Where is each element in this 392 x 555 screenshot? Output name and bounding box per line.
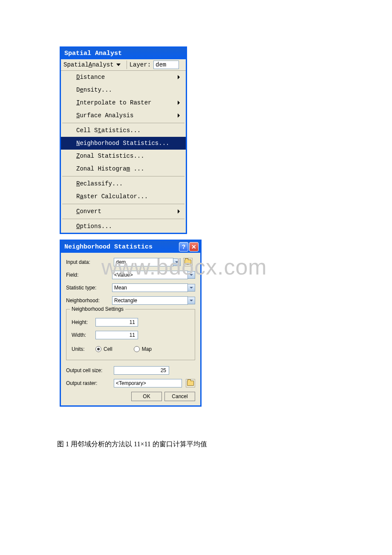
menu-item[interactable]: Options... — [61, 220, 186, 233]
statistic-type-dropdown-button[interactable] — [188, 284, 195, 292]
units-cell-radio[interactable] — [95, 346, 101, 352]
cancel-button[interactable]: Cancel — [164, 392, 195, 401]
menu-item-label: Interpolate to Raster — [76, 99, 151, 106]
units-cell-label: Cell — [104, 346, 112, 352]
chevron-down-icon — [190, 300, 193, 301]
dialog-body: Input data: Field: Statistic type: Neigh… — [61, 253, 200, 405]
spatial-analyst-toolbar: Spatial Analyst Spatial Analyst Layer: D… — [60, 46, 187, 234]
neighborhood-label: Neighborhood: — [66, 298, 112, 304]
menu-item-label: Density... — [76, 87, 112, 93]
menu-item-label: Surface Analysis — [76, 112, 133, 119]
folder-icon — [187, 381, 194, 386]
menu-item[interactable]: Raster Calculator... — [61, 190, 186, 203]
toolbar-row: Spatial Analyst Layer: — [61, 59, 186, 71]
chevron-down-icon — [190, 274, 193, 276]
menu-item-label: Cell Statistics... — [76, 127, 141, 134]
submenu-arrow-icon — [178, 209, 180, 214]
height-label: Height: — [72, 319, 95, 325]
menu-item-label: Distance — [76, 74, 105, 81]
menu-divider — [62, 123, 184, 123]
output-cell-size-input[interactable] — [114, 366, 169, 375]
menu-item-label: Zonal Statistics... — [76, 153, 144, 159]
menu-button-hotkey: A — [89, 61, 92, 68]
chevron-down-icon — [190, 287, 193, 289]
fieldset-legend: Neighborhood Settings — [70, 306, 125, 312]
neighborhood-combo[interactable] — [112, 296, 188, 305]
dropdown-arrow-icon — [116, 64, 121, 66]
submenu-arrow-icon — [178, 101, 180, 105]
height-input[interactable] — [95, 318, 138, 327]
close-button[interactable]: ✕ — [189, 242, 199, 251]
output-raster-browse-button[interactable] — [186, 379, 195, 387]
output-cell-size-label: Output cell size: — [66, 367, 114, 373]
ok-button[interactable]: OK — [131, 392, 162, 401]
neighborhood-dropdown-button[interactable] — [188, 297, 195, 304]
folder-icon — [184, 260, 191, 265]
menu-button-suffix: nalyst — [92, 61, 113, 68]
separator — [127, 61, 127, 69]
neighborhood-statistics-dialog: Neighborhood Statistics ? ✕ Input data: … — [60, 240, 202, 407]
layer-label: Layer: — [130, 61, 151, 68]
dialog-titlebar: Neighborhood Statistics ? ✕ — [61, 241, 200, 253]
menu-item-label: Raster Calculator... — [76, 193, 148, 200]
dialog-title: Neighborhood Statistics — [64, 243, 178, 251]
menu-item-label: Options... — [76, 223, 112, 230]
menu-item[interactable]: Surface Analysis — [61, 109, 186, 122]
statistic-type-label: Statistic type: — [66, 285, 112, 291]
menu-item[interactable]: Convert — [61, 205, 186, 218]
menu-divider — [62, 176, 184, 176]
menu-divider — [62, 219, 184, 219]
menu-divider — [62, 204, 184, 204]
menu-item-label: Zonal Histogram ... — [76, 165, 144, 172]
field-combo[interactable] — [112, 271, 188, 279]
units-map-radio[interactable] — [134, 346, 140, 352]
input-data-dropdown-button[interactable] — [173, 258, 181, 266]
spatial-analyst-menu: DistanceDensity...Interpolate to RasterS… — [61, 71, 186, 233]
input-data-label: Input data: — [66, 259, 114, 265]
input-data-combo[interactable] — [114, 258, 173, 266]
submenu-arrow-icon — [178, 75, 180, 79]
menu-item[interactable]: Reclassify... — [61, 177, 186, 190]
menu-item-label: Convert — [76, 208, 101, 215]
width-input[interactable] — [95, 331, 138, 339]
units-label: Units: — [72, 346, 95, 352]
menu-item-label: Neighborhood Statistics... — [76, 140, 169, 147]
menu-item-label: Reclassify... — [76, 180, 123, 187]
width-label: Width: — [72, 332, 95, 338]
menu-item[interactable]: Zonal Histogram ... — [61, 162, 186, 175]
neighborhood-settings-fieldset: Neighborhood Settings Height: Width: Uni… — [66, 309, 195, 360]
chevron-down-icon — [175, 261, 179, 263]
menu-item[interactable]: Zonal Statistics... — [61, 150, 186, 162]
statistic-type-combo[interactable] — [112, 283, 188, 292]
menu-item[interactable]: Neighborhood Statistics... — [61, 137, 186, 150]
field-dropdown-button[interactable] — [188, 271, 195, 279]
toolbar-title: Spatial Analyst — [61, 48, 186, 59]
menu-item[interactable]: Distance — [61, 71, 186, 84]
menu-button-prefix: Spatial — [63, 61, 89, 68]
output-raster-label: Output raster: — [66, 380, 114, 386]
units-map-label: Map — [142, 346, 152, 352]
menu-item[interactable]: Interpolate to Raster — [61, 96, 186, 109]
output-raster-input[interactable] — [114, 379, 182, 387]
figure-caption: 图 1 用邻域分析的方法以 11×11 的窗口计算平均值 — [57, 440, 207, 449]
submenu-arrow-icon — [178, 113, 180, 118]
layer-input[interactable] — [153, 61, 179, 69]
menu-item[interactable]: Density... — [61, 84, 186, 96]
help-button[interactable]: ? — [179, 242, 188, 251]
spatial-analyst-menu-button[interactable]: Spatial Analyst — [63, 61, 114, 68]
input-data-browse-button[interactable] — [183, 258, 193, 266]
field-label: Field: — [66, 272, 112, 278]
menu-item[interactable]: Cell Statistics... — [61, 124, 186, 137]
